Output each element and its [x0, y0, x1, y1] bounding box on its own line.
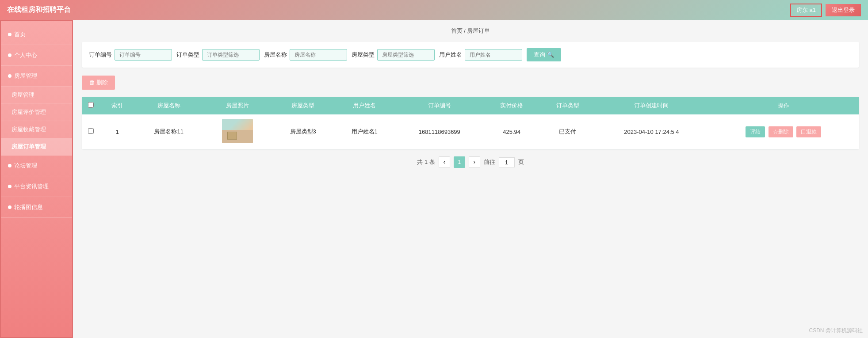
row-house-name: 房屋名称11: [135, 114, 203, 149]
sidebar-item-banner[interactable]: 轮播图信息: [1, 197, 72, 218]
current-page-button[interactable]: 1: [454, 156, 465, 168]
site-title: 在线租房和招聘平台: [7, 5, 71, 15]
col-price: 实付价格: [484, 97, 539, 114]
sidebar-item-home-label: 首页: [14, 30, 26, 38]
col-order-no: 订单编号: [395, 97, 484, 114]
house-name-label: 房屋名称: [264, 51, 287, 59]
goto-suffix: 页: [518, 158, 524, 166]
col-checkbox: [82, 97, 99, 114]
row-user-name: 用户姓名1: [334, 114, 395, 149]
sidebar-item-news-label: 平台资讯管理: [14, 182, 49, 190]
breadcrumb-home: 首页: [451, 27, 463, 34]
filter-bar: 订单编号 订单类型 房屋名称 房屋类型 用户姓名 查询 🔍: [82, 42, 859, 68]
order-type-input[interactable]: [202, 49, 260, 61]
dot-icon: [8, 185, 11, 188]
sidebar-sub-house-review[interactable]: 房屋评价管理: [1, 104, 72, 121]
refund-button[interactable]: 口退款: [796, 126, 821, 137]
sidebar-item-banner-label: 轮播图信息: [14, 203, 43, 211]
sidebar: 首页 个人中心 房屋管理 房屋管理 房屋评价管理 房屋收藏管理 房屋订单管理: [0, 20, 73, 338]
goto-page-input[interactable]: [499, 157, 515, 167]
sidebar-item-house-mgmt[interactable]: 房屋管理: [1, 66, 72, 87]
sidebar-sub-house-review-label: 房屋评价管理: [11, 109, 46, 115]
row-select-checkbox[interactable]: [88, 128, 94, 134]
row-checkbox[interactable]: [82, 114, 99, 149]
user-name-input[interactable]: [465, 49, 522, 61]
layout: 首页 个人中心 房屋管理 房屋管理 房屋评价管理 房屋收藏管理 房屋订单管理: [0, 20, 868, 338]
row-house-photo: [203, 114, 272, 149]
col-order-type: 订单类型: [539, 97, 595, 114]
sidebar-item-news[interactable]: 平台资讯管理: [1, 176, 72, 197]
logout-button[interactable]: 退出登录: [826, 4, 861, 16]
filter-user-name: 用户姓名: [439, 49, 522, 61]
next-page-button[interactable]: ›: [469, 156, 480, 168]
row-delete-button[interactable]: ☆删除: [769, 126, 793, 137]
house-name-input[interactable]: [290, 49, 347, 61]
filter-house-name: 房屋名称: [264, 49, 347, 61]
order-type-label: 订单类型: [176, 51, 199, 59]
dot-icon: [8, 205, 11, 209]
total-count: 共 1 条: [417, 158, 435, 166]
row-index: 1: [99, 114, 135, 149]
row-ops: 评结 ☆删除 口退款: [707, 114, 859, 149]
house-type-input[interactable]: [377, 49, 435, 61]
order-no-input[interactable]: [115, 49, 172, 61]
header: 在线租房和招聘平台 房东 a1 退出登录: [0, 0, 868, 20]
goto-prefix: 前往: [484, 158, 495, 166]
dot-icon: [8, 33, 11, 36]
col-house-type: 房屋类型: [272, 97, 334, 114]
col-ops: 操作: [707, 97, 859, 114]
filter-order-no: 订单编号: [89, 49, 172, 61]
col-user-name: 用户姓名: [334, 97, 395, 114]
dot-icon: [8, 53, 11, 57]
sidebar-sub-house-manage[interactable]: 房屋管理: [1, 87, 72, 104]
review-button[interactable]: 评结: [746, 126, 765, 137]
dot-icon: [8, 74, 11, 78]
user-name-label: 用户姓名: [439, 51, 462, 59]
row-price: 425.94: [484, 114, 539, 149]
main-content: 首页 / 房屋订单 订单编号 订单类型 房屋名称 房屋类型 用户姓: [73, 20, 868, 338]
breadcrumb-current: 房屋订单: [467, 27, 490, 34]
sidebar-item-house-mgmt-label: 房屋管理: [14, 72, 37, 80]
row-order-no: 1681118693699: [395, 114, 484, 149]
search-button[interactable]: 查询 🔍: [527, 48, 561, 61]
sidebar-sub-house-manage-label: 房屋管理: [11, 91, 34, 98]
sidebar-sub-house-order-label: 房屋订单管理: [11, 143, 46, 150]
prev-page-button[interactable]: ‹: [439, 156, 450, 168]
sidebar-sub-menu: 房屋管理 房屋评价管理 房屋收藏管理 房屋订单管理: [1, 87, 72, 156]
house-type-label: 房屋类型: [352, 51, 375, 59]
breadcrumb: 首页 / 房屋订单: [82, 27, 859, 35]
sidebar-sub-house-collect-label: 房屋收藏管理: [11, 126, 46, 133]
row-create-time: 2023-04-10 17:24:5 4: [596, 114, 707, 149]
batch-delete-button[interactable]: 🗑 删除: [82, 76, 115, 90]
data-table: 索引 房屋名称 房屋照片 房屋类型 用户姓名 订单编号 实付价格 订单类型 订单…: [82, 97, 859, 149]
filter-house-type: 房屋类型: [352, 49, 435, 61]
col-create-time: 订单创建时间: [596, 97, 707, 114]
table-row: 1 房屋名称11 房屋类型3 用户姓名1 1681118693699 425.9…: [82, 114, 859, 149]
sidebar-sub-house-order[interactable]: 房屋订单管理: [1, 138, 72, 156]
select-all-checkbox[interactable]: [88, 102, 94, 108]
col-house-photo: 房屋照片: [203, 97, 272, 114]
header-right: 房东 a1 退出登录: [790, 4, 861, 17]
action-bar: 🗑 删除: [82, 72, 859, 93]
row-house-type: 房屋类型3: [272, 114, 334, 149]
sidebar-item-forum[interactable]: 论坛管理: [1, 156, 72, 176]
filter-order-type: 订单类型: [176, 49, 260, 61]
col-index: 索引: [99, 97, 135, 114]
dot-icon: [8, 164, 11, 167]
sidebar-item-profile[interactable]: 个人中心: [1, 45, 72, 66]
house-image: [222, 119, 253, 143]
col-house-name: 房屋名称: [135, 97, 203, 114]
table-header-row: 索引 房屋名称 房屋照片 房屋类型 用户姓名 订单编号 实付价格 订单类型 订单…: [82, 97, 859, 114]
sidebar-item-home[interactable]: 首页: [1, 24, 72, 45]
breadcrumb-separator: /: [464, 27, 466, 34]
row-order-type: 已支付: [539, 114, 595, 149]
sidebar-sub-house-collect[interactable]: 房屋收藏管理: [1, 121, 72, 138]
pagination: 共 1 条 ‹ 1 › 前往 页: [82, 149, 859, 175]
watermark: CSDN @计算机源码社: [809, 327, 863, 334]
sidebar-item-profile-label: 个人中心: [14, 51, 37, 59]
sidebar-item-forum-label: 论坛管理: [14, 162, 37, 170]
order-no-label: 订单编号: [89, 51, 112, 59]
user-badge: 房东 a1: [790, 4, 822, 17]
